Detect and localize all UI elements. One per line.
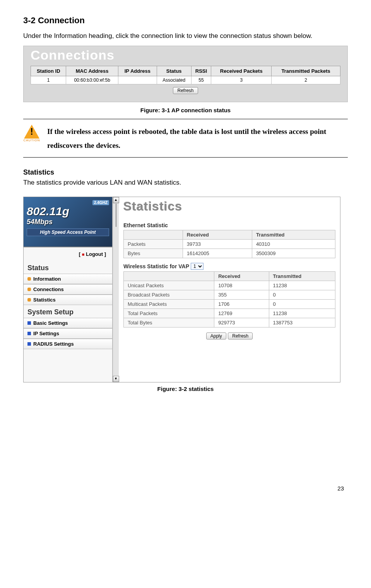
connections-table: Station ID MAC Address IP Address Status… bbox=[31, 66, 340, 84]
cell-tx: 2 bbox=[272, 76, 340, 84]
vap-select[interactable]: 1 bbox=[191, 263, 203, 270]
col-ip: IP Address bbox=[118, 66, 157, 76]
sidebar-item-connections[interactable]: Connections bbox=[24, 284, 112, 295]
cell-tx: 11238 bbox=[269, 281, 335, 290]
divider bbox=[23, 157, 348, 158]
sidebar: 2.4GHZ 802.11g 54Mbps High Speed Access … bbox=[24, 197, 113, 382]
apply-button[interactable]: Apply bbox=[206, 333, 226, 339]
sidebar-scrollbar[interactable]: ▲ ▼ bbox=[113, 197, 119, 382]
cell-tx: 3500309 bbox=[252, 249, 335, 258]
ethernet-heading: Ethernet Statistic bbox=[123, 222, 335, 228]
table-header-row: Received Transmitted bbox=[124, 272, 335, 281]
bullet-icon bbox=[27, 321, 31, 325]
connections-title: Connections bbox=[24, 46, 347, 66]
row-label: Broadcast Packets bbox=[124, 290, 214, 300]
col-rssi: RSSI bbox=[191, 66, 211, 76]
col-station-id: Station ID bbox=[31, 66, 66, 76]
cell-tx: 40310 bbox=[252, 240, 335, 249]
stats-main-title: Statistics bbox=[123, 199, 335, 214]
banner-subtitle: High Speed Access Point bbox=[27, 228, 109, 236]
sidebar-item-basic-settings[interactable]: Basic Settings bbox=[24, 318, 112, 328]
cell-ip bbox=[118, 76, 157, 84]
sidebar-heading-status: Status bbox=[24, 261, 112, 274]
caution-box: ! CAUTION If the wireless access point i… bbox=[23, 119, 348, 157]
refresh-button[interactable]: Refresh bbox=[173, 87, 198, 94]
caution-text: If the wireless access point is rebooted… bbox=[47, 125, 348, 153]
ethernet-table: Received Transmitted Packets 39733 40310… bbox=[123, 230, 335, 258]
section-heading: 3-2 Connection bbox=[23, 15, 348, 26]
table-row: Total Bytes9297731387753 bbox=[124, 318, 335, 327]
figure-caption-2: Figure: 3-2 statistics bbox=[23, 386, 348, 392]
cell-tx: 0 bbox=[269, 290, 335, 300]
cell-rx: 3 bbox=[211, 76, 272, 84]
row-label: Multicast Packets bbox=[124, 300, 214, 309]
bullet-icon bbox=[27, 342, 31, 346]
sidebar-item-information[interactable]: Information bbox=[24, 274, 112, 284]
cell-rx: 12769 bbox=[214, 309, 269, 318]
wireless-heading: Wireless Statistic for VAP bbox=[123, 263, 189, 269]
scroll-thumb[interactable] bbox=[116, 204, 116, 227]
refresh-button[interactable]: Refresh bbox=[228, 333, 253, 339]
cell-rx: 1706 bbox=[214, 300, 269, 309]
scroll-down-icon[interactable]: ▼ bbox=[113, 376, 119, 382]
wireless-table: Received Transmitted Unicast Packets1070… bbox=[123, 271, 335, 327]
col-received: Received bbox=[214, 272, 269, 281]
logout-link[interactable]: [ ■ Logout ] bbox=[24, 247, 112, 261]
cell-rx: 16142005 bbox=[183, 249, 252, 258]
connections-screenshot: Connections Station ID MAC Address IP Ad… bbox=[23, 46, 348, 102]
table-row: Broadcast Packets3550 bbox=[124, 290, 335, 300]
row-label: Packets bbox=[124, 240, 183, 249]
table-row: Unicast Packets1070811238 bbox=[124, 281, 335, 290]
table-row: Multicast Packets17060 bbox=[124, 300, 335, 309]
statistics-heading: Statistics bbox=[23, 168, 348, 177]
sidebar-heading-setup: System Setup bbox=[24, 305, 112, 318]
cell-tx: 1387753 bbox=[269, 318, 335, 327]
col-received: Received bbox=[183, 230, 252, 240]
table-header-row: Station ID MAC Address IP Address Status… bbox=[31, 66, 340, 76]
col-rx: Received Packets bbox=[211, 66, 272, 76]
page-number: 23 bbox=[23, 485, 348, 492]
sidebar-item-ip-settings[interactable]: IP Settings bbox=[24, 328, 112, 339]
col-transmitted: Transmitted bbox=[269, 272, 335, 281]
statistics-intro: The statistics provide various LAN and W… bbox=[23, 179, 348, 187]
proto-label: 802.11g bbox=[27, 205, 109, 218]
table-row: Total Packets1276911238 bbox=[124, 309, 335, 318]
cell-status: Associated bbox=[157, 76, 191, 84]
col-blank bbox=[124, 230, 183, 240]
logout-icon: ■ bbox=[82, 252, 85, 257]
scroll-up-icon[interactable]: ▲ bbox=[113, 197, 119, 203]
row-label: Unicast Packets bbox=[124, 281, 214, 290]
bullet-icon bbox=[27, 277, 31, 281]
cell-rx: 39733 bbox=[183, 240, 252, 249]
table-row: Packets 39733 40310 bbox=[124, 240, 335, 249]
figure-caption-1: Figure: 3-1 AP connection status bbox=[23, 107, 348, 113]
cell-mac: 00:60:b3:00:ef:5b bbox=[66, 76, 118, 84]
stats-main-panel: Statistics Ethernet Statistic Received T… bbox=[119, 197, 340, 382]
cell-tx: 0 bbox=[269, 300, 335, 309]
bullet-icon bbox=[27, 288, 31, 291]
table-row: 1 00:60:b3:00:ef:5b Associated 55 3 2 bbox=[31, 76, 340, 84]
ghz-tag: 2.4GHZ bbox=[92, 200, 109, 205]
cell-tx: 11238 bbox=[269, 309, 335, 318]
col-status: Status bbox=[157, 66, 191, 76]
row-label: Bytes bbox=[124, 249, 183, 258]
section-intro: Under the Information heading, click the… bbox=[23, 29, 348, 43]
col-blank bbox=[124, 272, 214, 281]
caution-icon: ! CAUTION bbox=[23, 125, 40, 142]
cell-rx: 929773 bbox=[214, 318, 269, 327]
sidebar-item-statistics[interactable]: Statistics bbox=[24, 295, 112, 305]
cell-rx: 355 bbox=[214, 290, 269, 300]
row-label: Total Packets bbox=[124, 309, 214, 318]
rate-label: 54Mbps bbox=[27, 218, 109, 226]
table-header-row: Received Transmitted bbox=[124, 230, 335, 240]
cell-rssi: 55 bbox=[191, 76, 211, 84]
row-label: Total Bytes bbox=[124, 318, 214, 327]
col-mac: MAC Address bbox=[66, 66, 118, 76]
col-tx: Transmitted Packets bbox=[272, 66, 340, 76]
router-banner: 2.4GHZ 802.11g 54Mbps High Speed Access … bbox=[24, 197, 112, 247]
cell-station-id: 1 bbox=[31, 76, 66, 84]
bullet-icon bbox=[27, 332, 31, 335]
cell-rx: 10708 bbox=[214, 281, 269, 290]
sidebar-item-radius-settings[interactable]: RADIUS Settings bbox=[24, 339, 112, 349]
statistics-screenshot: 2.4GHZ 802.11g 54Mbps High Speed Access … bbox=[23, 197, 340, 382]
